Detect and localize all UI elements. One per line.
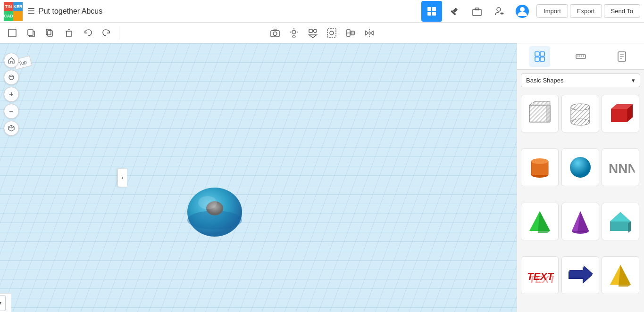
svg-point-30 <box>313 29 317 33</box>
snap-value-button[interactable]: 1.0 mm ▾ <box>0 295 6 311</box>
svg-point-82 <box>531 158 548 164</box>
view-cube-button[interactable] <box>4 121 19 136</box>
briefcase-icon <box>472 6 482 16</box>
home-icon <box>8 57 15 64</box>
ruler-panel-tab[interactable] <box>570 46 591 67</box>
svg-rect-3 <box>432 12 436 16</box>
undo-icon <box>83 28 92 38</box>
text-red-icon: TEXT TEXT <box>526 261 554 289</box>
zoom-out-button[interactable] <box>4 104 19 119</box>
svg-marker-96 <box>569 265 593 282</box>
notes-panel-tab[interactable] <box>611 46 632 67</box>
hammer-icon <box>449 6 460 16</box>
import-button[interactable]: Import <box>536 4 568 18</box>
shape-cylinder-hole[interactable] <box>561 95 599 132</box>
svg-rect-7 <box>475 8 479 10</box>
shape-roof-teal[interactable] <box>602 203 639 240</box>
shape-tools-button[interactable] <box>304 25 321 41</box>
shape-cylinder-solid[interactable] <box>521 148 559 186</box>
snap-arrow-icon: ▾ <box>0 300 1 306</box>
light-button[interactable] <box>285 25 302 41</box>
canvas-viewport[interactable]: Top <box>0 43 517 312</box>
home-view-button[interactable] <box>4 53 19 68</box>
send-to-button[interactable]: Send To <box>604 4 640 18</box>
grid-background <box>0 43 517 312</box>
undo-button[interactable] <box>79 25 96 41</box>
group-icon <box>326 28 337 38</box>
svg-rect-54 <box>535 57 539 61</box>
panel-tabs <box>517 43 644 70</box>
shape-cone-purple[interactable] <box>561 203 599 240</box>
arrow-navy-icon <box>566 261 594 289</box>
pyramid-yellow-icon <box>606 261 635 289</box>
bottom-bar: Edit Grid Snap Grid 1.0 mm ▾ <box>0 293 11 312</box>
svg-marker-92 <box>628 222 631 233</box>
hammer-view-button[interactable] <box>444 1 465 22</box>
mirror-icon <box>364 28 375 38</box>
zoom-out-icon <box>8 107 15 115</box>
shape-box-hole[interactable] <box>521 95 559 132</box>
orbit-button[interactable] <box>4 70 19 85</box>
shape-pyramid-green[interactable] <box>521 203 559 240</box>
box-hole-icon <box>526 99 554 128</box>
main-area: Top <box>0 43 644 312</box>
grid-panel-tab[interactable] <box>529 46 550 67</box>
tinkercad-logo[interactable]: TIN KER CAD <box>4 2 23 21</box>
grid-panel-icon <box>534 51 545 62</box>
copy-paste-button[interactable] <box>23 25 40 41</box>
group-button[interactable] <box>323 25 340 41</box>
project-list-icon[interactable]: ☰ <box>27 6 35 16</box>
shapes-category-dropdown[interactable]: Basic Shapes ▾ <box>521 74 640 87</box>
project-title: Put together Abcus <box>39 7 421 16</box>
svg-rect-55 <box>540 57 544 61</box>
svg-rect-52 <box>535 52 539 56</box>
shapes-grid: NNN <box>517 91 644 312</box>
shape-text-red[interactable]: TEXT TEXT <box>521 256 559 294</box>
orbit-icon <box>8 74 15 81</box>
frame-button[interactable] <box>4 25 21 41</box>
light-icon <box>289 28 299 38</box>
grid-view-button[interactable] <box>421 1 442 22</box>
panel-collapse-button[interactable]: › <box>117 168 127 187</box>
ruler-icon <box>575 51 586 62</box>
canvas-3d-object[interactable] <box>184 180 250 243</box>
box-view-button[interactable] <box>467 1 487 22</box>
grid-icon <box>427 6 437 16</box>
left-controls <box>4 53 19 136</box>
svg-marker-39 <box>370 31 373 35</box>
svg-point-40 <box>9 75 14 80</box>
svg-point-8 <box>497 8 501 11</box>
svg-rect-6 <box>473 9 481 16</box>
frame-icon <box>8 28 17 38</box>
svg-rect-17 <box>46 29 51 35</box>
dropdown-arrow-icon: ▾ <box>632 77 635 84</box>
shape-sphere-solid[interactable] <box>561 148 599 186</box>
svg-marker-38 <box>366 31 368 35</box>
shape-text-3d-alt[interactable]: NNN <box>602 148 639 186</box>
align-button[interactable] <box>342 25 359 41</box>
camera-button[interactable] <box>267 25 284 41</box>
shape-box-solid[interactable] <box>602 95 639 132</box>
shape-arrow-navy[interactable] <box>561 256 599 294</box>
svg-line-47 <box>11 127 14 128</box>
zoom-in-button[interactable] <box>4 87 19 102</box>
cone-purple-icon <box>566 207 594 236</box>
redo-button[interactable] <box>98 25 115 41</box>
cylinder-hole-icon <box>566 99 594 128</box>
delete-button[interactable] <box>60 25 77 41</box>
toolbar-separator <box>119 26 119 40</box>
copy-icon <box>26 28 36 38</box>
svg-point-51 <box>198 196 217 209</box>
shapes-label: Basic Shapes <box>526 77 564 84</box>
svg-rect-28 <box>293 36 295 37</box>
avatar-button[interactable] <box>512 1 533 22</box>
roof-teal-icon <box>606 207 635 236</box>
mirror-button[interactable] <box>361 25 378 41</box>
export-button[interactable]: Export <box>570 4 602 18</box>
add-person-button[interactable] <box>489 1 510 22</box>
shape-pyramid-yellow[interactable] <box>602 256 639 294</box>
toolbar <box>0 23 644 43</box>
svg-rect-2 <box>427 12 431 16</box>
svg-line-46 <box>8 127 11 128</box>
duplicate-button[interactable] <box>42 25 59 41</box>
